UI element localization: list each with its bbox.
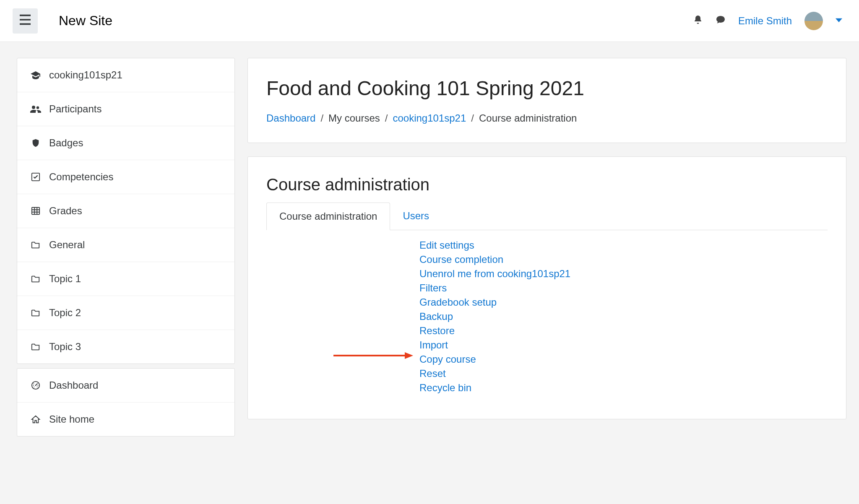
breadcrumb-course[interactable]: cooking101sp21 <box>393 112 466 124</box>
sidebar-item-dashboard[interactable]: Dashboard <box>17 369 234 403</box>
page-header-card: Food and Cooking 101 Spring 2021 Dashboa… <box>247 58 846 143</box>
breadcrumb-separator: / <box>320 112 323 124</box>
breadcrumb-dashboard[interactable]: Dashboard <box>266 112 315 124</box>
breadcrumb-mycourses: My courses <box>328 112 380 124</box>
admin-link-copy-course[interactable]: Copy course <box>419 353 570 365</box>
svg-marker-5 <box>405 352 413 359</box>
sidebar-item-label: Badges <box>49 137 83 149</box>
sidebar-item-badges[interactable]: Badges <box>17 126 234 160</box>
tab-users[interactable]: Users <box>390 203 442 230</box>
folder-icon <box>30 274 42 284</box>
bell-icon <box>693 16 703 27</box>
sidebar-block-site: Dashboard Site home <box>17 368 235 436</box>
avatar[interactable] <box>804 12 823 30</box>
sidebar-item-site-home[interactable]: Site home <box>17 403 234 436</box>
chat-icon <box>716 16 726 27</box>
graduation-cap-icon <box>30 70 42 80</box>
sidebar-item-label: Competencies <box>49 171 113 183</box>
sidebar-item-participants[interactable]: Participants <box>17 92 234 126</box>
admin-link-restore[interactable]: Restore <box>419 325 570 337</box>
folder-icon <box>30 240 42 250</box>
admin-links: Edit settings Course completion Unenrol … <box>266 239 570 394</box>
sidebar-item-label: General <box>49 239 85 251</box>
sidebar-item-grades[interactable]: Grades <box>17 194 234 228</box>
admin-link-gradebook-setup[interactable]: Gradebook setup <box>419 296 570 308</box>
dashboard-icon <box>30 380 42 390</box>
sidebar-block-course: cooking101sp21 Participants Badges Compe… <box>17 58 235 364</box>
home-icon <box>30 414 42 424</box>
annotation-arrow <box>333 351 413 362</box>
sidebar-item-topic-1[interactable]: Topic 1 <box>17 262 234 296</box>
messages-button[interactable] <box>716 15 726 27</box>
course-admin-card: Course administration Course administrat… <box>247 156 846 419</box>
sidebar: cooking101sp21 Participants Badges Compe… <box>17 58 235 441</box>
sidebar-item-label: Grades <box>49 205 82 217</box>
course-admin-heading: Course administration <box>266 175 828 194</box>
users-icon <box>30 104 42 114</box>
main-content: Food and Cooking 101 Spring 2021 Dashboa… <box>247 58 846 433</box>
hamburger-menu-button[interactable] <box>13 8 38 34</box>
admin-link-filters[interactable]: Filters <box>419 282 570 294</box>
admin-link-backup[interactable]: Backup <box>419 311 570 322</box>
sidebar-item-label: Site home <box>49 413 94 425</box>
folder-icon <box>30 308 42 318</box>
notifications-button[interactable] <box>693 15 703 27</box>
breadcrumb-current: Course administration <box>479 112 577 124</box>
sidebar-item-label: Topic 3 <box>49 341 81 353</box>
sidebar-item-label: Dashboard <box>49 379 98 391</box>
shield-icon <box>30 138 42 148</box>
user-menu-toggle[interactable] <box>836 16 842 26</box>
sidebar-item-general[interactable]: General <box>17 228 234 262</box>
sidebar-item-label: Topic 2 <box>49 307 81 319</box>
admin-link-import[interactable]: Import <box>419 339 570 351</box>
breadcrumb: Dashboard / My courses / cooking101sp21 … <box>266 112 828 124</box>
grid-icon <box>30 206 42 216</box>
site-name[interactable]: New Site <box>59 13 112 29</box>
sidebar-item-label: Topic 1 <box>49 273 81 285</box>
sidebar-item-label: cooking101sp21 <box>49 69 122 81</box>
sidebar-item-topic-3[interactable]: Topic 3 <box>17 330 234 364</box>
sidebar-item-label: Participants <box>49 103 102 115</box>
breadcrumb-separator: / <box>471 112 474 124</box>
admin-link-edit-settings[interactable]: Edit settings <box>419 239 570 251</box>
caret-down-icon <box>836 16 842 26</box>
sidebar-item-topic-2[interactable]: Topic 2 <box>17 296 234 330</box>
admin-link-recycle-bin[interactable]: Recycle bin <box>419 382 570 394</box>
admin-links-container: Edit settings Course completion Unenrol … <box>266 239 828 394</box>
folder-icon <box>30 342 42 352</box>
sidebar-item-competencies[interactable]: Competencies <box>17 160 234 194</box>
user-menu-name[interactable]: Emile Smith <box>738 15 792 27</box>
check-square-icon <box>30 172 42 182</box>
bars-icon <box>20 14 31 28</box>
page-title: Food and Cooking 101 Spring 2021 <box>266 77 828 100</box>
breadcrumb-separator: / <box>385 112 388 124</box>
admin-link-course-completion[interactable]: Course completion <box>419 254 570 265</box>
top-navbar: New Site Emile Smith <box>0 0 859 42</box>
tab-course-administration[interactable]: Course administration <box>266 203 390 230</box>
admin-tabs: Course administration Users <box>266 203 828 230</box>
admin-link-reset[interactable]: Reset <box>419 368 570 379</box>
admin-link-unenrol[interactable]: Unenrol me from cooking101sp21 <box>419 268 570 280</box>
sidebar-item-course[interactable]: cooking101sp21 <box>17 58 234 92</box>
